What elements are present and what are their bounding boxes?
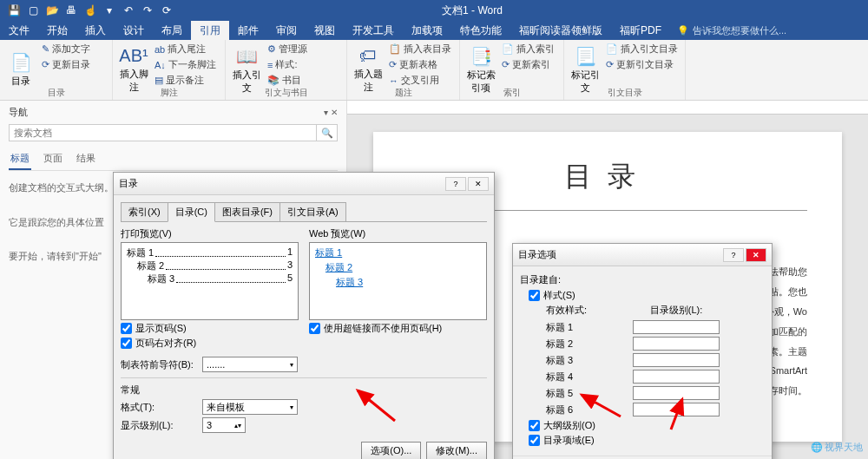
style-h5-label: 标题 5 xyxy=(546,387,598,400)
chevron-down-icon: ▾ xyxy=(290,403,293,411)
citation-icon: 📖 xyxy=(236,46,258,67)
menu-mailings[interactable]: 邮件 xyxy=(229,21,267,40)
chk-show-pagenum[interactable]: 显示页码(S) xyxy=(121,322,299,335)
menu-addins[interactable]: 加载项 xyxy=(403,21,451,40)
menu-insert[interactable]: 插入 xyxy=(76,21,115,40)
search-button[interactable]: 🔍 xyxy=(317,124,338,141)
style-h6-label: 标题 6 xyxy=(546,403,598,416)
group-toa-label: 引文目录 xyxy=(564,87,685,99)
level-h4-input[interactable] xyxy=(633,370,720,384)
build-from-label: 目录建自: xyxy=(520,273,765,286)
format-combo[interactable]: 来自模板▾ xyxy=(202,399,298,415)
qat-undo-icon[interactable]: ↶ xyxy=(120,2,137,19)
next-footnote-button[interactable]: A↓下一条脚注 xyxy=(153,57,218,72)
format-label: 格式(T): xyxy=(121,401,197,414)
opt-help-button[interactable]: ? xyxy=(723,248,744,262)
bibliography-button[interactable]: 📚书目 xyxy=(266,73,309,88)
web-preview-box: 标题 1 标题 2 标题 3 xyxy=(309,242,487,320)
chk-styles[interactable]: 样式(S) xyxy=(529,289,765,302)
nav-tab-results[interactable]: 结果 xyxy=(75,148,97,170)
insert-toa-button[interactable]: 📄插入引文目录 xyxy=(604,42,680,56)
qat-more-icon[interactable]: ▾ xyxy=(101,2,118,19)
insert-tof-button[interactable]: 📋插入表目录 xyxy=(387,42,453,56)
qat-open-icon[interactable]: 📂 xyxy=(43,2,61,19)
leader-combo[interactable]: .......▾ xyxy=(202,357,298,372)
opt-close-button[interactable]: ✕ xyxy=(746,248,766,262)
qat-touch-icon[interactable]: ☝ xyxy=(82,2,99,19)
group-citations-label: 引文与书目 xyxy=(226,87,346,99)
insert-index-button[interactable]: 📄插入索引 xyxy=(500,42,556,56)
group-toc-label: 目录 xyxy=(0,87,112,99)
show-notes-button[interactable]: ▤显示备注 xyxy=(153,73,218,88)
qat-new-icon[interactable]: ▢ xyxy=(24,2,42,19)
ribbon: 📄目录 ✎添加文字 ⟳更新目录 目录 AB¹插入脚注 ab插入尾注 A↓下一条脚… xyxy=(0,40,868,101)
level-h6-input[interactable] xyxy=(633,403,720,416)
refresh-icon: ⟳ xyxy=(42,59,49,70)
menu-foxit1[interactable]: 福昕阅读器领鲜版 xyxy=(510,21,611,40)
qat-redo-icon[interactable]: ↷ xyxy=(139,2,156,19)
toc-close-button[interactable]: ✕ xyxy=(468,177,489,191)
style-h2-label: 标题 2 xyxy=(546,338,598,351)
menu-developer[interactable]: 开发工具 xyxy=(344,21,403,40)
nav-tab-pages[interactable]: 页面 xyxy=(42,148,64,170)
bulb-icon: 💡 xyxy=(677,25,689,36)
chk-hyperlink[interactable]: 使用超链接而不使用页码(H) xyxy=(309,322,487,335)
menu-home[interactable]: 开始 xyxy=(38,21,76,40)
level-h5-input[interactable] xyxy=(633,386,720,400)
menu-references[interactable]: 引用 xyxy=(191,21,229,40)
insert-endnote-button[interactable]: ab插入尾注 xyxy=(153,42,218,56)
tab-toc[interactable]: 目录(C) xyxy=(168,202,215,222)
level-h2-input[interactable] xyxy=(633,337,720,351)
chk-right-align[interactable]: 页码右对齐(R) xyxy=(121,337,299,350)
tab-toa[interactable]: 引文目录(A) xyxy=(279,202,346,221)
manage-sources-button[interactable]: ⚙管理源 xyxy=(266,42,309,56)
leader-label: 制表符前导符(B): xyxy=(121,358,197,371)
menu-review[interactable]: 审阅 xyxy=(267,21,306,40)
style-h4-label: 标题 4 xyxy=(546,370,598,384)
group-captions-label: 题注 xyxy=(347,87,459,99)
toc-level-header: 目录级别(L): xyxy=(633,304,720,317)
opt-dialog-title: 目录选项 xyxy=(518,248,556,261)
menu-design[interactable]: 设计 xyxy=(115,21,153,40)
add-text-button[interactable]: ✎添加文字 xyxy=(40,42,92,56)
chk-outline[interactable]: 大纲级别(O) xyxy=(529,419,765,432)
chevron-down-icon: ▾ xyxy=(290,361,293,369)
menu-features[interactable]: 特色功能 xyxy=(451,21,510,40)
group-footnotes-label: 脚注 xyxy=(113,87,225,99)
toc-dialog: 目录 ? ✕ 索引(X) 目录(C) 图表目录(F) 引文目录(A) 打印预览(… xyxy=(113,172,495,459)
search-input[interactable] xyxy=(9,124,317,141)
menu-view[interactable]: 视图 xyxy=(306,21,344,40)
tab-tof[interactable]: 图表目录(F) xyxy=(214,202,280,221)
level-h1-input[interactable] xyxy=(633,320,720,334)
tell-me-field[interactable]: 💡告诉我您想要做什么... xyxy=(677,21,786,40)
level-h3-input[interactable] xyxy=(633,353,720,367)
window-title: 文档1 - Word xyxy=(181,3,764,18)
toc-icon: 📄 xyxy=(10,52,32,73)
tab-index[interactable]: 索引(X) xyxy=(121,202,168,221)
qat-print-icon[interactable]: 🖶 xyxy=(62,2,80,19)
avail-styles-header: 有效样式: xyxy=(546,304,598,317)
update-index-button[interactable]: ⟳更新索引 xyxy=(500,57,556,72)
footnote-icon: AB¹ xyxy=(119,46,148,66)
qat-refresh-icon[interactable]: ⟳ xyxy=(158,2,175,19)
chk-entry-field[interactable]: 目录项域(E) xyxy=(529,434,765,447)
options-button[interactable]: 选项(O)... xyxy=(361,442,421,459)
update-toc-button[interactable]: ⟳更新目录 xyxy=(40,57,92,72)
toc-help-button[interactable]: ? xyxy=(445,177,466,191)
level-spinner[interactable]: 3▴▾ xyxy=(202,417,246,433)
style-button[interactable]: ≡样式: xyxy=(266,57,309,72)
menu-bar: 文件 开始 插入 设计 布局 引用 邮件 审阅 视图 开发工具 加载项 特色功能… xyxy=(0,21,868,40)
modify-button[interactable]: 修改(M)... xyxy=(426,442,487,459)
globe-icon: 🌐 xyxy=(811,442,823,453)
update-toa-button[interactable]: ⟳更新引文目录 xyxy=(604,57,680,72)
nav-tab-headings[interactable]: 标题 xyxy=(9,148,31,170)
style-list: 标题 1 标题 2 标题 3 标题 4 标题 5 标题 6 xyxy=(546,320,765,416)
menu-foxit2[interactable]: 福昕PDF xyxy=(611,21,670,40)
watermark: 🌐视界天地 xyxy=(811,441,863,454)
nav-dropdown-icon[interactable]: ▾ ✕ xyxy=(324,108,338,117)
menu-file[interactable]: 文件 xyxy=(0,21,38,40)
update-table-button[interactable]: ⟳更新表格 xyxy=(387,57,453,72)
cross-ref-button[interactable]: ↔交叉引用 xyxy=(387,73,453,88)
menu-layout[interactable]: 布局 xyxy=(153,21,191,40)
qat-save-icon[interactable]: 💾 xyxy=(5,2,23,19)
